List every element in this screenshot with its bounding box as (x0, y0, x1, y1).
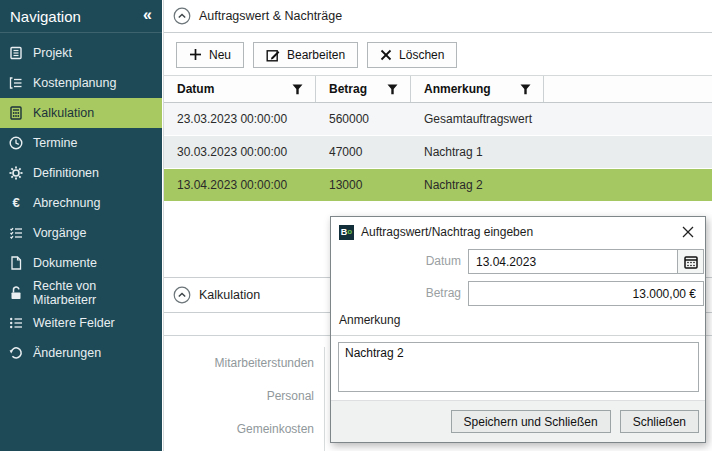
save-and-close-button[interactable]: Speichern und Schließen (451, 410, 611, 433)
edit-button-label: Bearbeiten (287, 48, 345, 62)
cell-filler (544, 103, 712, 135)
sidebar-item-label: Änderungen (33, 346, 101, 360)
x-icon (380, 49, 392, 61)
close-button[interactable]: Schließen (620, 410, 699, 433)
divider (331, 335, 705, 336)
sidebar-item-vorgaenge[interactable]: Vorgänge (0, 218, 162, 248)
kalkulation-panel-title: Kalkulation (199, 288, 260, 302)
filter-icon[interactable] (292, 84, 303, 95)
cell-betrag: 47000 (316, 136, 411, 168)
sidebar-item-projekt[interactable]: Projekt (0, 38, 162, 68)
sidebar-item-termine[interactable]: Termine (0, 128, 162, 158)
navigation-sidebar: Navigation « Projekt Kostenplanung Kalku… (0, 0, 162, 451)
sidebar-item-label: Dokumente (33, 256, 97, 270)
cost-planning-icon (8, 75, 24, 91)
column-header-anmerkung[interactable]: Anmerkung (411, 76, 544, 102)
sidebar-item-rechte[interactable]: Rechte von Mitarbeiterr (0, 278, 162, 308)
sidebar-item-definitionen[interactable]: Definitionen (0, 158, 162, 188)
cell-filler (544, 136, 712, 168)
collapse-panel-icon[interactable] (173, 286, 191, 304)
table-row[interactable]: 30.03.2023 00:00:00 47000 Nachtrag 1 (164, 136, 712, 168)
plus-icon (189, 48, 202, 61)
open-lock-icon (8, 285, 24, 301)
dialog-titlebar[interactable]: Bo Auftragswert/Nachtrag eingeben (331, 217, 705, 247)
sidebar-collapse-icon[interactable]: « (143, 6, 152, 24)
form-divider (324, 347, 325, 451)
history-icon (8, 345, 24, 361)
sidebar-item-abrechnung[interactable]: € Abrechnung (0, 188, 162, 218)
column-label: Anmerkung (424, 82, 491, 96)
sidebar-nav: Projekt Kostenplanung Kalkulation Termin… (0, 38, 162, 368)
field-label-gemeinkosten: Gemeinkosten (164, 422, 314, 436)
gear-icon (8, 165, 24, 181)
cell-filler (544, 169, 712, 201)
sidebar-item-label: Definitionen (33, 166, 99, 180)
filter-icon[interactable] (520, 84, 531, 95)
close-icon[interactable] (680, 224, 696, 240)
table-header: Datum Betrag Anmerkung (164, 75, 712, 103)
anmerkung-textarea[interactable]: Nachtrag 2 (338, 342, 699, 392)
sidebar-item-label: Rechte von Mitarbeiterr (33, 279, 162, 307)
sidebar-item-label: Projekt (33, 46, 72, 60)
dialog-footer: Speichern und Schließen Schließen (331, 400, 705, 442)
cell-anmerkung: Nachtrag 1 (411, 136, 544, 168)
field-label-mitarbeiterstunden: Mitarbeiterstunden (164, 356, 314, 370)
cell-datum: 30.03.2023 00:00:00 (164, 136, 316, 168)
collapse-panel-icon[interactable] (173, 7, 191, 25)
sidebar-header: Navigation « (0, 0, 162, 33)
betrag-input[interactable] (469, 282, 703, 305)
new-button[interactable]: Neu (176, 42, 244, 68)
filter-icon[interactable] (387, 84, 398, 95)
datum-label: Datum (331, 249, 461, 274)
sidebar-item-label: Termine (33, 136, 77, 150)
sidebar-item-label: Abrechnung (33, 196, 100, 210)
new-button-label: Neu (209, 48, 231, 62)
delete-button[interactable]: Löschen (367, 42, 457, 68)
dialog-title: Auftragswert/Nachtrag eingeben (361, 225, 533, 239)
datum-input-group (468, 249, 704, 274)
entry-dialog: Bo Auftragswert/Nachtrag eingeben Datum … (330, 216, 706, 443)
clock-icon (8, 135, 24, 151)
bullet-list-icon (8, 315, 24, 331)
sidebar-title: Navigation (10, 8, 81, 25)
orders-panel-header: Auftragswert & Nachträge (164, 0, 712, 33)
delete-button-label: Löschen (399, 48, 444, 62)
euro-icon: € (8, 195, 24, 211)
logo-letter-o: o (347, 228, 352, 236)
column-label: Betrag (329, 82, 367, 96)
anmerkung-label: Anmerkung (339, 313, 400, 327)
calendar-button[interactable] (677, 250, 703, 273)
sidebar-item-kalkulation[interactable]: Kalkulation (0, 98, 162, 128)
betrag-label: Betrag (331, 281, 461, 306)
column-label: Datum (177, 82, 214, 96)
sidebar-item-label: Vorgänge (33, 226, 87, 240)
column-header-datum[interactable]: Datum (164, 76, 316, 102)
datum-input[interactable] (469, 250, 677, 273)
sidebar-item-aenderungen[interactable]: Änderungen (0, 338, 162, 368)
column-header-filler (544, 76, 712, 102)
edit-button[interactable]: Bearbeiten (253, 42, 358, 68)
table-row[interactable]: 23.03.2023 00:00:00 560000 Gesamtauftrag… (164, 103, 712, 135)
sidebar-item-weitere-felder[interactable]: Weitere Felder (0, 308, 162, 338)
calculator-icon (8, 105, 24, 121)
orders-toolbar: Neu Bearbeiten Löschen (164, 34, 712, 75)
sidebar-item-label: Kostenplanung (33, 76, 116, 90)
sidebar-item-label: Kalkulation (33, 106, 94, 120)
app-logo: Bo (339, 225, 354, 240)
document-icon (8, 255, 24, 271)
betrag-input-group (468, 281, 704, 306)
app-window: Navigation « Projekt Kostenplanung Kalku… (0, 0, 712, 451)
column-header-betrag[interactable]: Betrag (316, 76, 411, 102)
project-icon (8, 45, 24, 61)
cell-anmerkung: Gesamtauftragswert (411, 103, 544, 135)
field-label-personal: Personal (164, 389, 314, 403)
cell-anmerkung: Nachtrag 2 (411, 169, 544, 201)
calendar-icon (684, 255, 698, 269)
sidebar-item-dokumente[interactable]: Dokumente (0, 248, 162, 278)
task-list-icon (8, 225, 24, 241)
sidebar-item-kostenplanung[interactable]: Kostenplanung (0, 68, 162, 98)
table-row-selected[interactable]: 13.04.2023 00:00:00 13000 Nachtrag 2 (164, 169, 712, 201)
cell-datum: 13.04.2023 00:00:00 (164, 169, 316, 201)
orders-panel-title: Auftragswert & Nachträge (199, 9, 342, 23)
cell-betrag: 560000 (316, 103, 411, 135)
